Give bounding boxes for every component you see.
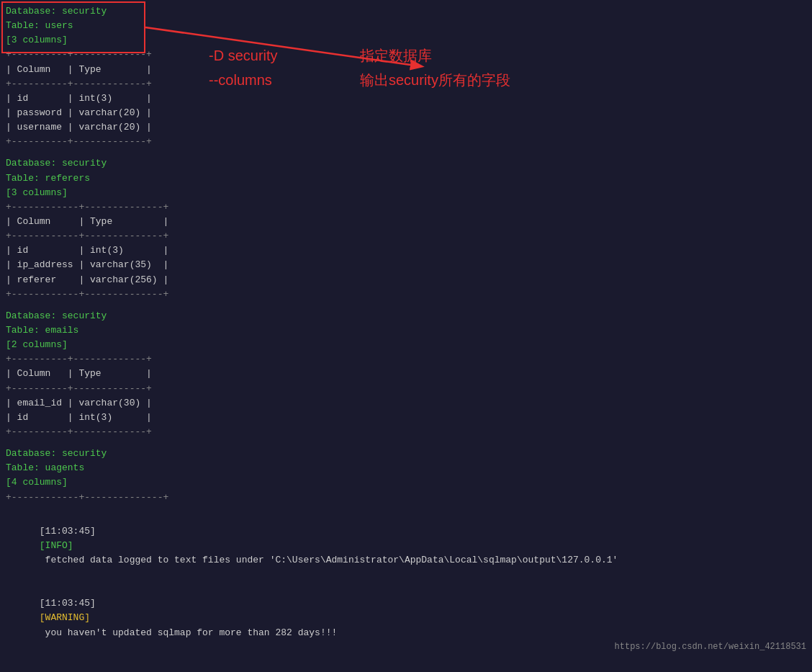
table2-table: Table: referers — [6, 171, 806, 186]
table1-row1: | id | int(3) | — [6, 91, 806, 106]
table3-sep-mid: +----------+-------------+ — [6, 382, 806, 396]
info-time: [11:03:45] — [40, 526, 96, 537]
table3-header: | Column | Type | — [6, 367, 806, 381]
annotation-flag1: -D security — [209, 43, 278, 68]
table1-database: Database: security — [6, 4, 806, 19]
warn-tag: [WARNING] — [40, 612, 90, 623]
table3-table: Table: emails — [6, 323, 806, 338]
table1-row3: | username | varchar(20) | — [6, 120, 806, 135]
info-msg: fetched data logged to text files under … — [40, 555, 618, 565]
table3-row1: | email_id | varchar(30) | — [6, 396, 806, 411]
csdn-link: https://blog.csdn.net/weixin_42118531 — [615, 640, 806, 654]
warn-msg: you haven't updated sqlmap for more than… — [40, 627, 337, 638]
annotation-flags: -D security --columns — [209, 43, 278, 92]
table2-header: | Column | Type | — [6, 215, 806, 229]
table2-row2: | ip_address | varchar(35) | — [6, 258, 806, 272]
table1-table: Table: users — [6, 19, 806, 33]
table2-database: Database: security — [6, 156, 806, 171]
table2-sep-top: +------------+--------------+ — [6, 200, 806, 215]
table2-columns-count: [3 columns] — [6, 186, 806, 200]
table2-sep-mid: +------------+--------------+ — [6, 229, 806, 243]
table4-table: Table: uagents — [6, 461, 806, 475]
info-tag: [INFO] — [40, 540, 73, 551]
terminal: Database: security Table: users [3 colum… — [0, 0, 812, 672]
table1-row2: | password | varchar(20) | — [6, 106, 806, 120]
info-line: [11:03:45] [INFO] fetched data logged to… — [6, 509, 806, 582]
warn-time: [11:03:45] — [40, 598, 96, 609]
table2-sep-bot: +------------+--------------+ — [6, 287, 806, 302]
table3-sep-top: +----------+-------------+ — [6, 352, 806, 367]
table4-sep-top: +------------+--------------+ — [6, 490, 806, 505]
annotation-flag2: --columns — [209, 68, 278, 92]
table3-database: Database: security — [6, 309, 806, 323]
warn-line: [11:03:45] [WARNING] you haven't updated… — [6, 582, 806, 669]
table2-row1: | id | int(3) | — [6, 243, 806, 258]
table4-columns-count: [4 columns] — [6, 475, 806, 490]
table3-columns-count: [2 columns] — [6, 338, 806, 352]
table4-database: Database: security — [6, 447, 806, 461]
annotation-label2: 输出security所有的字段 — [360, 68, 510, 92]
annotation-label1: 指定数据库 — [360, 43, 510, 68]
annotation-labels: 指定数据库 输出security所有的字段 — [360, 43, 510, 92]
table1-sep-bot: +----------+-------------+ — [6, 135, 806, 149]
status-bar: [11:03:45] [INFO] fetched data logged to… — [0, 506, 812, 672]
table3-row2: | id | int(3) | — [6, 411, 806, 425]
table2-row3: | referer | varchar(256) | — [6, 273, 806, 287]
table3-sep-bot: +----------+-------------+ — [6, 425, 806, 439]
